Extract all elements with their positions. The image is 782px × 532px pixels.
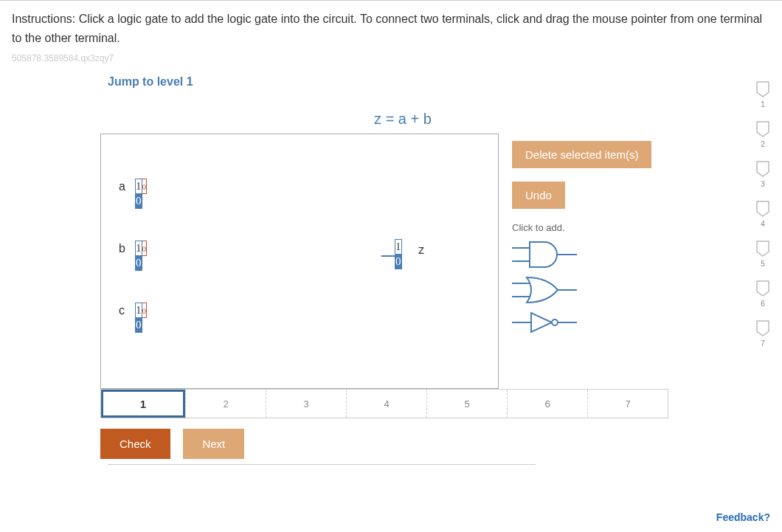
shield-icon bbox=[755, 280, 770, 297]
level-shield-7[interactable]: 7 bbox=[755, 319, 770, 348]
bit-selected[interactable]: 0 bbox=[136, 318, 142, 333]
io-table[interactable]: 10 0 bbox=[135, 241, 147, 271]
divider bbox=[108, 464, 536, 465]
step-cell-4[interactable]: 4 bbox=[346, 390, 426, 418]
level-shields: 1234567 bbox=[750, 80, 776, 359]
click-to-add-label: Click to add. bbox=[512, 222, 689, 233]
question-id: 505878.3589584.qx3zqy7 bbox=[12, 53, 770, 63]
step-cell-5[interactable]: 5 bbox=[426, 390, 507, 418]
bit-value[interactable]: 1 bbox=[136, 179, 142, 194]
io-table[interactable]: 10 0 bbox=[135, 303, 147, 333]
and-gate-icon[interactable] bbox=[512, 238, 580, 272]
shield-icon bbox=[755, 80, 770, 98]
bit-small[interactable]: 0 bbox=[142, 241, 147, 256]
shield-number: 6 bbox=[755, 300, 770, 308]
bit-small[interactable]: 0 bbox=[142, 303, 147, 318]
input-label: a bbox=[119, 180, 125, 193]
io-table[interactable]: 10 0 bbox=[135, 179, 147, 209]
bit-small[interactable]: 0 bbox=[142, 179, 147, 194]
check-button[interactable]: Check bbox=[100, 429, 170, 459]
level-shield-4[interactable]: 4 bbox=[755, 200, 770, 228]
steps-row: 1234567 bbox=[100, 389, 668, 418]
instructions-text: Instructions: Click a logic gate to add … bbox=[12, 10, 770, 47]
undo-button[interactable]: Undo bbox=[512, 182, 565, 209]
level-shield-6[interactable]: 6 bbox=[755, 280, 770, 308]
level-shield-5[interactable]: 5 bbox=[755, 240, 770, 268]
shield-number: 4 bbox=[755, 220, 770, 228]
jump-to-level-link[interactable]: Jump to level 1 bbox=[108, 75, 193, 89]
level-shield-3[interactable]: 3 bbox=[755, 160, 770, 188]
next-button[interactable]: Next bbox=[183, 429, 244, 459]
shield-number: 1 bbox=[755, 100, 770, 108]
shield-number: 7 bbox=[755, 339, 770, 348]
shield-number: 5 bbox=[755, 260, 770, 268]
output-wire bbox=[381, 239, 395, 273]
right-panel: Delete selected item(s) Undo Click to ad… bbox=[512, 134, 689, 338]
step-cell-2[interactable]: 2 bbox=[185, 390, 266, 418]
shield-icon bbox=[755, 200, 770, 218]
io-table[interactable]: 1 0 bbox=[395, 239, 402, 269]
shield-number: 2 bbox=[755, 140, 770, 148]
shield-icon bbox=[755, 160, 770, 178]
step-cell-7[interactable]: 7 bbox=[587, 390, 668, 418]
shield-icon bbox=[755, 319, 770, 337]
delete-selected-button[interactable]: Delete selected item(s) bbox=[512, 141, 651, 168]
step-cell-6[interactable]: 6 bbox=[507, 390, 587, 418]
bit-value[interactable]: 1 bbox=[136, 303, 142, 318]
bit-selected[interactable]: 0 bbox=[136, 194, 142, 209]
equation-text: z = a + b bbox=[329, 111, 477, 128]
level-shield-1[interactable]: 1 bbox=[755, 80, 770, 108]
step-cell-1[interactable]: 1 bbox=[101, 390, 185, 418]
shield-number: 3 bbox=[755, 180, 770, 188]
svg-point-8 bbox=[552, 319, 558, 325]
output-label: z bbox=[418, 243, 424, 257]
feedback-link[interactable]: Feedback? bbox=[716, 511, 770, 523]
not-gate-icon[interactable] bbox=[512, 308, 580, 336]
or-gate-icon[interactable] bbox=[512, 273, 580, 307]
bit-value[interactable]: 1 bbox=[136, 241, 142, 256]
bit-value[interactable]: 1 bbox=[395, 240, 402, 255]
input-label: c bbox=[119, 304, 125, 317]
level-shield-2[interactable]: 2 bbox=[755, 120, 770, 148]
input-label: b bbox=[119, 242, 125, 255]
step-cell-3[interactable]: 3 bbox=[266, 390, 346, 418]
circuit-canvas[interactable]: a 10 0 b 10 0 c 10 0 bbox=[100, 134, 499, 389]
bit-selected[interactable]: 0 bbox=[395, 255, 402, 269]
shield-icon bbox=[755, 120, 770, 138]
bit-selected[interactable]: 0 bbox=[136, 256, 142, 271]
shield-icon bbox=[755, 240, 770, 258]
